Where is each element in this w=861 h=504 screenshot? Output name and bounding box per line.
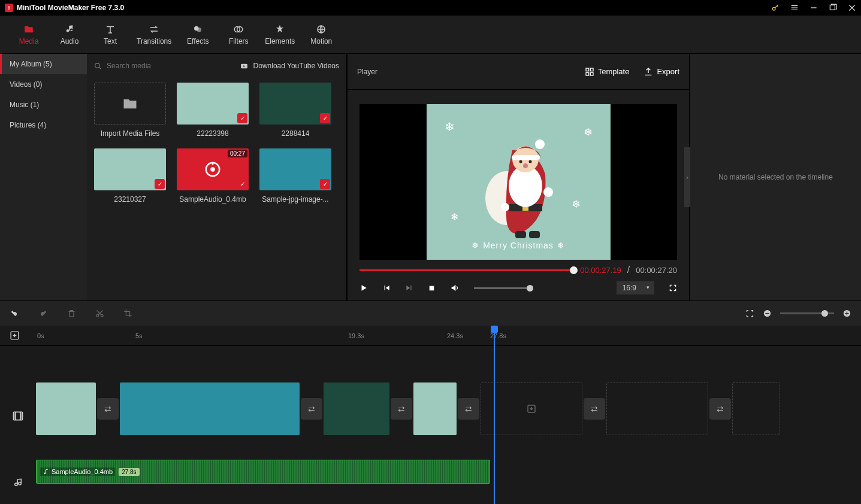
empty-clip-slot[interactable] [481, 382, 582, 435]
sidebar-item-videos[interactable]: Videos (0) [0, 74, 87, 95]
video-track-icon [0, 346, 36, 462]
redo-button[interactable] [38, 309, 48, 318]
media-item[interactable]: ✓ 2288414 [259, 83, 331, 138]
svg-rect-1 [830, 5, 835, 10]
media-item[interactable]: ✓ Sample-jpg-image-... [259, 148, 331, 204]
music-icon [64, 24, 75, 35]
media-sidebar: My Album (5) Videos (0) Music (1) Pictur… [0, 54, 87, 300]
add-track-button[interactable] [10, 330, 20, 341]
svg-rect-14 [590, 72, 593, 75]
stop-button[interactable] [428, 284, 436, 292]
tab-label: Transitions [137, 37, 171, 45]
sidebar-item-my-album[interactable]: My Album (5) [0, 54, 87, 74]
undo-button[interactable] [10, 309, 19, 318]
key-icon[interactable] [771, 4, 780, 12]
delete-button[interactable] [67, 309, 76, 318]
check-icon: ✓ [237, 179, 247, 189]
tab-label: Audio [61, 37, 79, 45]
player-title: Player [357, 68, 377, 76]
empty-clip-slot[interactable] [732, 382, 780, 435]
svg-point-23 [529, 160, 532, 163]
play-button[interactable] [359, 284, 368, 292]
tab-text[interactable]: Text [90, 16, 131, 53]
media-item[interactable]: ✓ 23210327 [94, 148, 166, 204]
template-button[interactable]: Template [585, 67, 630, 77]
tab-elements[interactable]: Elements [259, 16, 301, 53]
check-icon: ✓ [237, 113, 247, 123]
next-button[interactable] [405, 284, 413, 292]
tab-audio[interactable]: Audio [49, 16, 90, 53]
cut-button[interactable] [95, 309, 104, 318]
transition-button[interactable]: ⇄ [391, 398, 412, 420]
fit-button[interactable] [745, 309, 754, 318]
aspect-select[interactable]: 16:9 ▾ [617, 281, 654, 294]
tab-filters[interactable]: Filters [218, 16, 259, 53]
media-item[interactable]: ✓ 22223398 [177, 83, 249, 138]
timeline-ruler[interactable]: 0s 5s 19.3s 24.3s 27.8s [0, 326, 861, 346]
svg-rect-26 [529, 231, 540, 238]
svg-point-3 [197, 28, 202, 32]
transition-button[interactable]: ⇄ [97, 398, 119, 420]
svg-rect-12 [590, 68, 593, 71]
timeline-clip[interactable] [36, 382, 96, 435]
volume-icon[interactable] [450, 283, 460, 293]
volume-slider[interactable] [474, 287, 531, 289]
svg-rect-11 [586, 68, 589, 71]
tab-transitions[interactable]: Transitions [131, 16, 177, 53]
close-icon[interactable] [848, 4, 856, 12]
search-input[interactable] [107, 62, 235, 70]
media-item[interactable]: 00:27 ✓ SampleAudio_0.4mb [177, 148, 249, 204]
minimize-icon[interactable] [809, 4, 818, 12]
timeline-clip[interactable] [120, 382, 300, 435]
crop-button[interactable] [123, 309, 132, 318]
svg-rect-33 [765, 313, 769, 314]
download-youtube-link[interactable]: Download YouTube Videos [253, 62, 339, 70]
tab-label: Filters [229, 37, 249, 45]
zoom-in-button[interactable] [842, 309, 851, 318]
export-button[interactable]: Export [644, 67, 679, 77]
scrub-bar[interactable] [359, 269, 574, 271]
star-icon [274, 24, 286, 35]
transition-button[interactable]: ⇄ [458, 398, 479, 420]
audio-track[interactable]: SampleAudio_0.4mb 27.8s [36, 451, 861, 493]
tab-effects[interactable]: Effects [177, 16, 218, 53]
tab-motion[interactable]: Motion [301, 16, 342, 53]
globe-icon [315, 24, 327, 35]
player-viewport[interactable]: ❄ ❄ ❄ ❄ [359, 104, 677, 260]
timeline: 0s 5s 19.3s 24.3s 27.8s ⇄ ⇄ ⇄ ⇄ [0, 326, 861, 504]
transition-button[interactable]: ⇄ [709, 398, 731, 420]
sidebar-item-pictures[interactable]: Pictures (4) [0, 115, 87, 135]
transition-button[interactable]: ⇄ [301, 398, 322, 420]
preview-image: ❄ ❄ ❄ ❄ [427, 104, 611, 260]
transition-button[interactable]: ⇄ [584, 398, 605, 420]
time-total: 00:00:27.20 [636, 266, 677, 275]
import-media-button[interactable]: Import Media Files [94, 83, 166, 138]
tab-media[interactable]: Media [8, 16, 49, 53]
tab-label: Text [104, 37, 117, 45]
timeline-clip[interactable] [413, 382, 457, 435]
fullscreen-icon[interactable] [669, 284, 677, 292]
properties-panel: › No material selected on the timeline [690, 54, 861, 300]
swap-icon [148, 24, 160, 35]
sparkle-icon [192, 24, 204, 35]
timeline-clip[interactable] [324, 382, 389, 435]
svg-rect-36 [847, 311, 847, 315]
text-icon [104, 24, 116, 35]
zoom-slider[interactable] [780, 312, 834, 314]
player-panel: Player Template Export ❄ ❄ ❄ ❄ [348, 54, 690, 300]
empty-clip-slot[interactable] [606, 382, 708, 435]
maximize-icon[interactable] [829, 4, 837, 12]
audio-clip[interactable]: SampleAudio_0.4mb 27.8s [36, 460, 490, 484]
menu-icon[interactable] [790, 4, 799, 12]
check-icon: ✓ [155, 179, 165, 189]
tab-label: Effects [187, 37, 209, 45]
playhead[interactable] [494, 326, 495, 504]
sidebar-item-music[interactable]: Music (1) [0, 95, 87, 115]
audio-track-icon [0, 462, 36, 504]
zoom-out-button[interactable] [763, 309, 772, 318]
timeline-toolbar [0, 300, 861, 326]
video-track[interactable]: ⇄ ⇄ ⇄ ⇄ ⇄ ⇄ [36, 376, 861, 442]
collapse-panel-button[interactable]: › [684, 147, 690, 207]
prev-button[interactable] [382, 284, 391, 292]
time-current: 00:00:27.19 [580, 266, 621, 275]
